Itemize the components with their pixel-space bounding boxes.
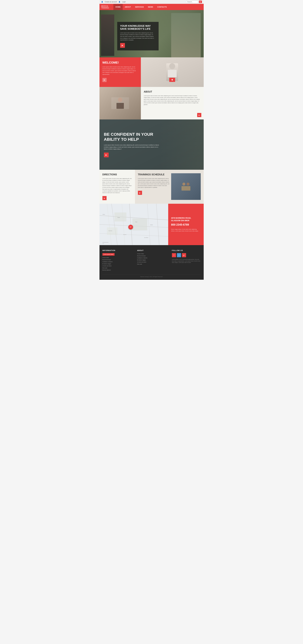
hero-play-button[interactable]: ▶ bbox=[120, 43, 125, 48]
doctor-image: ✚ bbox=[141, 57, 204, 87]
confidence-section: BE CONFIDENT IN YOUR ABILITY TO HELP Lor… bbox=[100, 120, 204, 170]
contact-address: 4578 MARMORA ROAD, GLASGOW D04 89GR bbox=[171, 217, 201, 222]
about-heading: ABOUT bbox=[144, 90, 201, 93]
person1-head bbox=[118, 98, 122, 102]
students-row bbox=[182, 182, 190, 186]
map-contact-section: Yorkton Taboga Mayer Bedford Trace Rock … bbox=[100, 204, 204, 245]
nav-contacts[interactable]: CONTACTS bbox=[155, 4, 169, 10]
footer-info-item-8: Exercis laborum bbox=[102, 269, 131, 271]
footer-info-link-5[interactable]: Et dolore magna bbox=[102, 263, 111, 264]
about-play-button[interactable]: ▶ bbox=[197, 113, 201, 117]
footer-about-link-1[interactable]: Conse Cletur bbox=[137, 253, 144, 254]
trainings-card: TRAININGS SCHEDULE Lorem ipsum dolor sit… bbox=[135, 170, 204, 204]
directions-card: DIRECTIONS Lorem ipsum dolor sit amet co… bbox=[100, 170, 135, 204]
hero-heading: YOUR KNOWLEDGE MAY SAVE SOMEBODY'S LIFE bbox=[120, 24, 156, 30]
footer-info-link-6[interactable]: Ut enim ad minim bbox=[102, 265, 112, 266]
footer-about-link-2[interactable]: Eiusmod tempor bbox=[137, 255, 146, 256]
directions-play-button[interactable]: ▶ bbox=[102, 196, 106, 200]
footer-info-link-4[interactable]: Incididunt ut laboris bbox=[102, 261, 113, 262]
social-icons: f t g+ bbox=[172, 253, 201, 257]
copyright-text: Medical Training © 2014. All Rights Rese… bbox=[140, 276, 163, 277]
top-bar-right: ▶ bbox=[186, 0, 202, 3]
footer-information: INFORMATION Lorem ipsum dolor Conse clet… bbox=[102, 250, 131, 272]
footer-information-heading: INFORMATION bbox=[102, 250, 131, 251]
confidence-text: Lorem ipsum dolor sit amet conse cletur … bbox=[104, 144, 160, 150]
hero-image-right bbox=[171, 13, 201, 57]
nav-news[interactable]: NEWS bbox=[146, 4, 155, 10]
map-marker: MT bbox=[128, 225, 133, 230]
doctor-head bbox=[169, 63, 175, 69]
students-group bbox=[182, 182, 190, 190]
footer-about-link-5[interactable]: Ut enim ad minim bbox=[137, 262, 146, 263]
doctor-silhouette: ✚ bbox=[166, 63, 178, 81]
footer-about-link-3[interactable]: Incididunt ut laboris bbox=[137, 257, 147, 258]
logo: MEDICAL TRAINING bbox=[101, 5, 109, 9]
confidence-heading: BE CONFIDENT IN YOUR ABILITY TO HELP bbox=[104, 132, 160, 142]
footer-info-item-6: Ut enim ad minim bbox=[102, 265, 131, 266]
about-section: ABOUT Lorem ipsum dolor sit amet conse c… bbox=[100, 87, 204, 120]
trainings-play-button[interactable]: ▶ bbox=[138, 191, 142, 195]
info-cards: DIRECTIONS Lorem ipsum dolor sit amet co… bbox=[100, 170, 204, 204]
first-aid-kit: ✚ bbox=[169, 78, 175, 82]
trainings-text-area: TRAININGS SCHEDULE Lorem ipsum dolor sit… bbox=[138, 173, 170, 200]
footer-social-description: Lorem porttitor ut sit ut commodo feugia… bbox=[172, 259, 201, 264]
footer-info-link-8[interactable]: Exercis laborum bbox=[102, 269, 111, 271]
svg-text:Bedford: Bedford bbox=[150, 224, 153, 225]
svg-text:Des Plaines: Des Plaines bbox=[144, 237, 148, 238]
top-bar: 👤 Create an account 👤 Login ▶ bbox=[100, 0, 204, 4]
svg-text:Mayer: Mayer bbox=[135, 222, 137, 222]
manikin bbox=[182, 186, 190, 190]
footer-info-item-3: Eiusmod tempor bbox=[102, 259, 131, 260]
welcome-left: WELCOME! Lorem ipsum dolor sit amet cons… bbox=[100, 57, 141, 87]
footer-bottom: Medical Training © 2014. All Rights Rese… bbox=[102, 274, 201, 277]
welcome-text: Lorem ipsum dolor sit amet conse cletur … bbox=[102, 66, 138, 76]
footer-about-link-6[interactable]: Duis aute bbox=[137, 264, 142, 265]
directions-heading: DIRECTIONS bbox=[102, 173, 132, 176]
nav-links: HOME ABOUT SERVICES NEWS CONTACTS bbox=[113, 4, 169, 10]
footer-info-link-2[interactable]: Conse cletur bbox=[102, 257, 109, 258]
footer-follow-heading: FOLLOW US bbox=[172, 250, 201, 251]
top-bar-left: 👤 Create an account 👤 Login bbox=[101, 1, 126, 3]
student1-head bbox=[182, 182, 185, 186]
cpr-image bbox=[100, 87, 141, 120]
footer-columns: INFORMATION Lorem ipsum dolor Conse clet… bbox=[102, 250, 201, 272]
twitter-icon[interactable]: t bbox=[177, 253, 181, 257]
footer-info-item-2: Conse cletur bbox=[102, 257, 131, 258]
search-button[interactable]: ▶ bbox=[199, 0, 202, 3]
map-area[interactable]: Yorkton Taboga Mayer Bedford Trace Rock … bbox=[100, 204, 168, 245]
footer-about-item-3: Incididunt ut laboris bbox=[137, 257, 166, 258]
footer-info-link-7[interactable]: Duis aute bbox=[102, 267, 108, 269]
hero-text-box: YOUR KNOWLEDGE MAY SAVE SOMEBODY'S LIFE … bbox=[117, 22, 158, 50]
footer: INFORMATION Lorem ipsum dolor Conse clet… bbox=[100, 245, 204, 280]
training-class-img bbox=[171, 173, 201, 200]
trainings-text: Lorem ipsum dolor sit amet conse cletur … bbox=[138, 178, 170, 188]
cpr-silhouette bbox=[111, 97, 129, 109]
svg-rect-11 bbox=[132, 218, 147, 230]
welcome-section: WELCOME! Lorem ipsum dolor sit amet cons… bbox=[100, 57, 204, 87]
search-input[interactable] bbox=[186, 0, 198, 3]
footer-about-item-5: Ut enim ad minim bbox=[137, 262, 166, 263]
footer-about-links: Conse Cletur Eiusmod tempor Incididunt u… bbox=[137, 253, 166, 265]
directions-text: Lorem ipsum dolor sit amet conse cletur … bbox=[102, 178, 132, 194]
welcome-play-button[interactable]: ▶ bbox=[102, 78, 106, 82]
map-svg: Yorkton Taboga Mayer Bedford Trace Rock … bbox=[100, 204, 168, 245]
footer-about-link-4[interactable]: Et dolore magna bbox=[137, 259, 146, 261]
nav-services[interactable]: SERVICES bbox=[133, 4, 146, 10]
map-background: Yorkton Taboga Mayer Bedford Trace Rock … bbox=[100, 204, 168, 245]
footer-information-links: Lorem ipsum dolor Conse cletur Eiusmod t… bbox=[102, 253, 131, 271]
create-account-link[interactable]: Create an account bbox=[105, 1, 117, 3]
user-icon: 👤 bbox=[101, 1, 103, 3]
contact-info: 4578 MARMORA ROAD, GLASGOW D04 89GR 800 … bbox=[168, 204, 204, 245]
login-link[interactable]: Login bbox=[122, 1, 126, 3]
training-image bbox=[171, 173, 201, 200]
hero-section: YOUR KNOWLEDGE MAY SAVE SOMEBODY'S LIFE … bbox=[100, 10, 204, 57]
confidence-play-button[interactable]: ▶ bbox=[104, 152, 109, 157]
footer-info-link-3[interactable]: Eiusmod tempor bbox=[102, 259, 111, 260]
hero-description: Lorem ipsum dolor sit amet conse cletur … bbox=[120, 32, 156, 41]
nav-home[interactable]: HOME bbox=[113, 4, 123, 10]
doctor-body bbox=[168, 70, 177, 77]
nav-about[interactable]: ABOUT bbox=[123, 4, 133, 10]
footer-about-heading: ABOUT bbox=[137, 250, 166, 251]
googleplus-icon[interactable]: g+ bbox=[182, 253, 186, 257]
facebook-icon[interactable]: f bbox=[172, 253, 176, 257]
